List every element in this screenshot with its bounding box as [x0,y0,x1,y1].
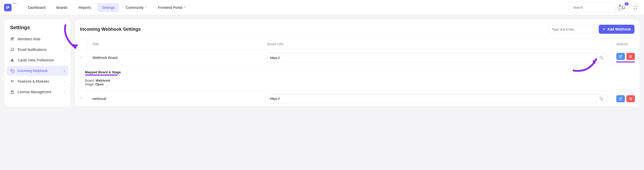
col-title: Title [88,39,262,50]
sidebar-item-license-management[interactable]: License Management › [7,87,68,97]
annotation-underline [85,75,118,76]
svg-point-5 [13,38,14,39]
copy-icon [10,69,15,73]
layers-icon [10,79,15,83]
filter-box[interactable] [548,25,596,33]
nav-reports[interactable]: Reports [74,3,95,12]
chevron-right-icon: › [64,48,65,52]
chevron-right-icon: › [64,69,65,73]
svg-point-11 [11,82,11,82]
content-header: Incoming Webhook Settings Add Webhook [75,25,639,38]
edit-button[interactable] [616,53,625,60]
copy-button[interactable] [596,53,607,62]
col-expand [75,39,88,50]
edit-icon [619,55,622,58]
sidebar-item-incoming-webhook[interactable]: Incoming Webhook › [7,66,68,76]
main-nav: Dashboard Boards Reports Settings Commun… [24,3,190,12]
col-actions: Actions [612,39,640,50]
svg-rect-18 [601,98,603,100]
copy-button[interactable] [596,94,607,103]
mapped-heading: Mapped Board & Stage [85,70,629,74]
sidebar-item-features-modules[interactable]: Features & Modules › [7,76,68,86]
topbar-right: ⌘ k 2 [568,2,640,13]
sidebar-item-label: Email Notifications [18,48,47,52]
sidebar-item-label: Features & Modules [18,79,49,83]
row-title: Webhook Board [88,50,262,66]
nav-dashboard[interactable]: Dashboard [24,3,50,12]
sidebar-title: Settings [7,25,68,34]
expand-toggle[interactable] [79,96,83,100]
sidebar-item-label: Members Role [18,37,41,41]
svg-rect-0 [7,6,8,9]
svg-rect-7 [12,59,13,62]
external-link-icon: ↗ [145,6,147,9]
search-input[interactable] [573,6,615,9]
delete-button[interactable] [626,53,635,60]
users-icon [10,37,15,41]
nav-boards[interactable]: Boards [52,3,72,12]
url-input-wrap [267,53,607,62]
expand-icon [633,6,637,10]
sidebar-item-cards-view[interactable]: Cards View Preference › [7,55,68,65]
chevron-right-icon: › [64,79,65,83]
copy-icon [600,97,603,100]
sidebar-item-label: Cards View Preference [18,58,54,62]
chart-icon [10,58,15,62]
fullscreen-button[interactable] [631,3,640,12]
pro-badge: Pro [13,2,17,5]
page-title: Incoming Webhook Settings [80,27,141,32]
main-area: Settings Members Role › Email Notificati… [0,15,644,111]
notification-count: 2 [625,2,629,6]
lock-icon [10,90,15,94]
svg-point-4 [11,38,12,39]
table-row: Webhook Board [75,50,639,66]
row-title: webhook [88,91,262,107]
delete-button[interactable] [626,95,635,102]
url-input-wrap [267,94,607,103]
svg-point-10 [11,81,11,81]
chevron-right-icon: › [64,90,65,94]
add-webhook-button[interactable]: Add Webhook [599,25,634,34]
sidebar-item-label: Incoming Webhook [18,69,48,73]
mapped-board: Board: Webhook [85,79,629,82]
webhooks-table: Title Smart URL Actions Webhook Board [75,38,639,107]
content-panel: Incoming Webhook Settings Add Webhook Ti… [75,20,639,107]
svg-rect-6 [11,60,12,62]
svg-rect-9 [12,70,14,73]
svg-rect-1 [8,6,9,8]
url-input[interactable] [267,53,596,62]
svg-rect-8 [13,60,14,61]
sidebar-item-email-notifications[interactable]: Email Notifications › [7,45,68,55]
mapped-stage: Stage: Open [85,82,629,86]
edit-button[interactable] [616,95,625,102]
expand-toggle[interactable] [79,56,83,59]
mapped-details-row: Mapped Board & Stage Board: Webhook Stag… [75,66,639,91]
filter-input[interactable] [552,27,594,31]
edit-icon [619,97,622,100]
chevron-right-icon: › [64,37,65,41]
nav-community[interactable]: Community↗ [121,3,151,12]
nav-frontend-portal[interactable]: Frontend Portal↗ [153,3,190,12]
trash-icon [629,55,632,58]
trash-icon [629,97,632,100]
plus-icon [602,27,606,31]
bell-icon [10,48,15,52]
external-link-icon: ↗ [183,6,185,9]
table-row: webhook [75,91,639,107]
global-search[interactable]: ⌘ k [568,2,616,13]
topbar: Pro Dashboard Boards Reports Settings Co… [0,0,644,15]
chevron-right-icon: › [64,58,65,62]
nav-settings[interactable]: Settings [97,3,119,12]
url-input[interactable] [267,94,596,103]
bell-icon [621,6,625,10]
app-logo[interactable] [4,4,12,11]
svg-rect-17 [601,57,603,59]
sidebar-item-members-role[interactable]: Members Role › [7,34,68,44]
annotation-underline [616,61,635,62]
copy-icon [600,56,603,59]
svg-rect-12 [11,92,13,93]
notifications-button[interactable]: 2 [619,3,628,12]
settings-sidebar: Settings Members Role › Email Notificati… [5,20,70,107]
sidebar-item-label: License Management [18,90,51,94]
col-url: Smart URL [262,39,612,50]
